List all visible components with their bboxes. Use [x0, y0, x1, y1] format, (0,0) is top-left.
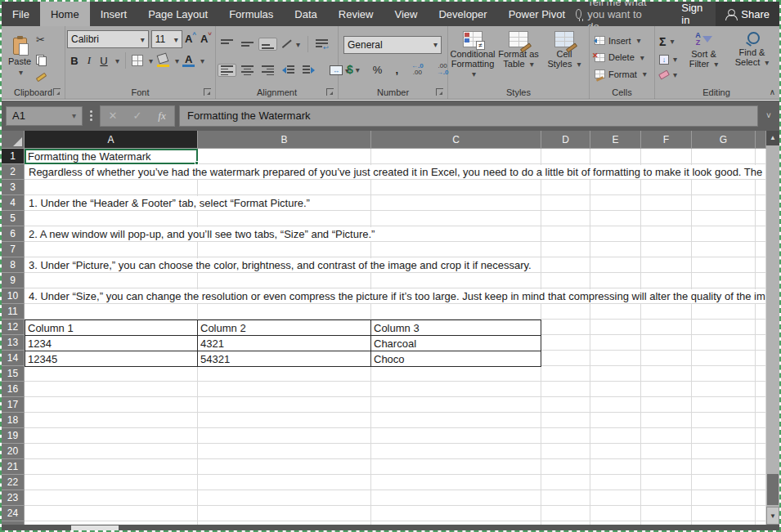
italic-button[interactable]: I	[83, 54, 95, 67]
insert-function-button[interactable]: fx	[150, 110, 174, 123]
cell[interactable]	[25, 475, 198, 490]
cell[interactable]	[756, 397, 766, 413]
cell[interactable]	[590, 195, 641, 211]
cell[interactable]	[541, 397, 590, 413]
cell[interactable]	[541, 226, 590, 242]
cell[interactable]	[641, 211, 692, 226]
cell[interactable]	[590, 397, 641, 413]
column-header-C[interactable]: C	[371, 131, 541, 149]
formula-bar-input[interactable]: Formatting the Watermark	[179, 105, 758, 127]
cell[interactable]	[25, 304, 198, 320]
font-color-button[interactable]: A	[182, 55, 195, 67]
cell[interactable]	[692, 211, 756, 226]
cell[interactable]	[590, 459, 641, 475]
cell[interactable]	[590, 428, 641, 444]
data-table-header-cell[interactable]: Column 2	[198, 320, 371, 336]
increase-indent-button[interactable]	[299, 64, 318, 77]
row-header-14[interactable]: 14	[2, 351, 25, 366]
format-cells-button[interactable]: Format▾	[595, 69, 653, 79]
tab-developer[interactable]: Developer	[428, 2, 497, 26]
cell[interactable]	[590, 304, 641, 320]
cell[interactable]	[25, 382, 198, 397]
tab-file[interactable]: File	[2, 2, 40, 26]
cell[interactable]	[25, 397, 198, 413]
cell[interactable]	[756, 506, 766, 521]
data-table-cell[interactable]: 54321	[198, 351, 371, 367]
number-dialog-launcher[interactable]	[436, 88, 443, 96]
data-table-header-cell[interactable]: Column 1	[25, 320, 198, 336]
cell[interactable]	[371, 149, 541, 164]
cell[interactable]	[590, 506, 641, 521]
tab-home[interactable]: Home	[40, 2, 90, 26]
font-size-combo[interactable]: 11▾	[151, 30, 182, 48]
cell[interactable]	[756, 320, 766, 335]
cell[interactable]	[25, 273, 198, 288]
borders-dropdown-arrow[interactable]: ▾	[149, 56, 153, 65]
cell[interactable]	[198, 211, 371, 226]
cell[interactable]	[371, 366, 541, 382]
cell[interactable]	[590, 490, 641, 506]
cell[interactable]	[371, 226, 541, 242]
cell-text-row-10[interactable]: 4. Under “Size,” you can change the reso…	[26, 289, 765, 303]
increase-font-size-button[interactable]: A˄	[185, 33, 198, 45]
cell[interactable]	[692, 413, 756, 428]
cell[interactable]	[371, 242, 541, 257]
column-header-G[interactable]: G	[692, 131, 756, 149]
cell[interactable]	[198, 397, 371, 413]
cell[interactable]	[25, 366, 198, 382]
cell[interactable]	[756, 382, 766, 397]
decrease-font-size-button[interactable]: A˅	[200, 33, 213, 45]
scroll-up-arrow[interactable]: ▲	[766, 131, 779, 145]
active-cell-A1[interactable]: Formatting the Watermark	[25, 149, 198, 164]
column-header-D[interactable]: D	[541, 131, 590, 149]
cell[interactable]	[590, 211, 641, 226]
cell[interactable]	[641, 335, 692, 351]
row-header-24[interactable]: 24	[2, 506, 25, 521]
cell[interactable]	[756, 242, 766, 257]
scroll-down-arrow[interactable]: ▼	[766, 507, 779, 525]
cell[interactable]	[198, 242, 371, 257]
cell[interactable]	[590, 382, 641, 397]
collapse-ribbon-button[interactable]: ∧	[770, 87, 775, 96]
row-header-17[interactable]: 17	[2, 397, 25, 413]
row-header-3[interactable]: 3	[2, 180, 25, 195]
cell[interactable]	[756, 475, 766, 490]
percent-style-button[interactable]: %	[370, 62, 386, 78]
align-right-button[interactable]	[258, 64, 277, 77]
cell[interactable]	[590, 149, 641, 164]
sign-in-button[interactable]: Sign in	[675, 2, 709, 26]
row-header-7[interactable]: 7	[2, 242, 25, 257]
cell[interactable]	[756, 226, 766, 242]
clipboard-dialog-launcher[interactable]	[53, 88, 61, 96]
cell[interactable]	[692, 382, 756, 397]
cell[interactable]	[541, 257, 590, 273]
cell-text-row-2[interactable]: Regardless of whether you’ve had the wat…	[26, 165, 765, 179]
cell-text-row-4[interactable]: 1. Under the “Header & Footer” tab, sele…	[26, 196, 313, 210]
cell[interactable]	[541, 149, 590, 164]
horizontal-scrollbar[interactable]	[2, 525, 781, 532]
cell[interactable]	[541, 335, 590, 351]
font-color-dropdown-arrow[interactable]: ▾	[200, 56, 204, 65]
clear-button[interactable]: ▾	[659, 70, 677, 79]
row-header-20[interactable]: 20	[2, 444, 25, 459]
cell[interactable]	[590, 242, 641, 257]
wrap-text-button[interactable]	[312, 38, 331, 51]
cell[interactable]	[541, 211, 590, 226]
font-dialog-launcher[interactable]	[204, 88, 211, 96]
cell[interactable]	[541, 320, 590, 335]
cell[interactable]	[692, 149, 756, 164]
orientation-button[interactable]: ▾	[279, 37, 303, 51]
cell[interactable]	[541, 382, 590, 397]
cell[interactable]	[756, 335, 766, 351]
cell[interactable]	[198, 366, 371, 382]
cell[interactable]	[541, 490, 590, 506]
cell[interactable]	[756, 304, 766, 320]
cell[interactable]	[25, 506, 198, 521]
paste-button[interactable]: Paste ▾	[3, 29, 36, 86]
cell[interactable]	[371, 428, 541, 444]
cell[interactable]	[756, 195, 766, 211]
cell[interactable]	[641, 242, 692, 257]
cell[interactable]	[371, 506, 541, 521]
vertical-scroll-thumb[interactable]	[767, 474, 779, 505]
cell-text-row-6[interactable]: 2. A new window will pop-up, and you’ll …	[26, 227, 378, 241]
